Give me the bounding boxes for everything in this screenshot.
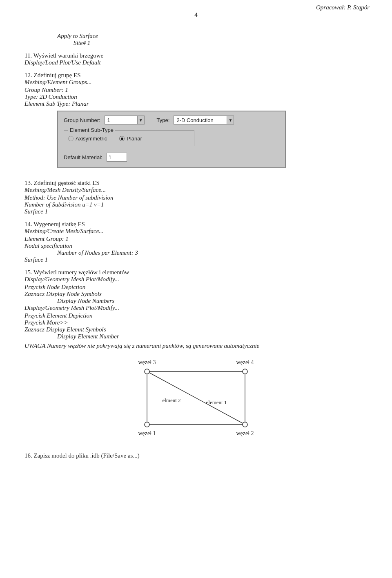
subtype-legend: Element Sub-Type xyxy=(68,127,115,133)
node4-label: węzeł 4 xyxy=(236,359,254,365)
s15-line4: Przycisk More>> xyxy=(24,319,368,326)
apply-surface-line2: Site# 1 xyxy=(74,40,368,47)
apply-surface-section: Apply to Surface Site# 1 xyxy=(24,33,368,47)
node2-label: węzeł 2 xyxy=(236,430,254,436)
s14-subtitle: Meshing/Create Mesh/Surface... xyxy=(24,228,368,235)
s13-subtitle: Meshing/Mesh Density/Surface... xyxy=(24,187,368,193)
s12-line1: Group Number: 1 xyxy=(24,87,368,93)
s11-title: 11. Wyświetl warunki brzegowe xyxy=(24,52,368,59)
node3-label: węzeł 3 xyxy=(138,359,156,365)
s15-subtitle1: Display/Geometry Mesh Plot/Modify... xyxy=(24,276,368,283)
s15-line2: Zaznacz Display Node Symbols xyxy=(24,291,368,298)
section-11: 11. Wyświetl warunki brzegowe Display/Lo… xyxy=(24,52,368,66)
element-subtype-group: Element Sub-Type Axisymmetric Planar xyxy=(64,130,194,146)
node1-label: węzeł 1 xyxy=(138,430,156,436)
s15-title: 15. Wyświetl numery węzłów i elementów xyxy=(24,269,368,276)
s14-line4: Surface 1 xyxy=(24,256,368,263)
page-number: 4 xyxy=(194,11,198,18)
element1-label: element 1 xyxy=(206,399,227,405)
type-label: Type: xyxy=(157,117,170,123)
s13-line1: Method: Use Number of subdivision xyxy=(24,194,368,201)
s12-title: 12. Zdefiniuj grupę ES xyxy=(24,72,368,79)
group-number-select[interactable]: 1 ▼ xyxy=(105,116,145,124)
radio-axisymmetric-circle xyxy=(68,136,74,141)
type-value: 2-D Conduction xyxy=(174,116,227,124)
type-select[interactable]: 2-D Conduction ▼ xyxy=(174,116,234,124)
svg-line-4 xyxy=(147,371,245,425)
radio-axisymmetric-label: Axisymmetric xyxy=(76,136,107,142)
radio-axisymmetric[interactable]: Axisymmetric xyxy=(68,136,107,142)
node2-circle xyxy=(243,422,247,427)
s12-line2: Type: 2D Conduction xyxy=(24,93,368,100)
author: Opracował: P. Stąpór xyxy=(316,4,370,11)
s12-subtitle: Meshing/Element Groups... xyxy=(24,79,368,86)
s12-line3: Element Sub Type: Planar xyxy=(24,100,368,107)
group-number-label: Group Number: xyxy=(64,117,100,123)
section-12: 12. Zdefiniuj grupę ES Meshing/Element G… xyxy=(24,72,368,174)
s13-title: 13. Zdefiniuj gęstość siatki ES xyxy=(24,180,368,187)
default-material-input[interactable] xyxy=(107,153,127,162)
s15-indent2: Display Element Number xyxy=(57,333,368,340)
s15-indent1: Display Node Numbers xyxy=(57,298,368,305)
s14-line3: Number of Nodes per Element: 3 xyxy=(57,249,368,256)
node1-circle xyxy=(145,422,149,427)
s15-line3: Przycisk Element Depiction xyxy=(24,312,368,319)
element2-label: elment 2 xyxy=(162,397,180,403)
type-arrow[interactable]: ▼ xyxy=(227,116,234,124)
section-13: 13. Zdefiniuj gęstość siatki ES Meshing/… xyxy=(24,180,368,215)
default-material-row: Default Material: xyxy=(64,153,279,162)
uwaga-text: UWAGA Numery węzłów nie pokrywają się z … xyxy=(24,342,368,349)
s13-line2: Number of Subdivision u=1 v=1 xyxy=(24,201,368,208)
node-diagram: węzeł 3 węzeł 4 węzeł 1 węzeł 2 elment 2… xyxy=(118,355,274,447)
s15-subtitle2: Display/Geometry Mesh Plot/Modify... xyxy=(24,305,368,311)
apply-surface-line1: Apply to Surface xyxy=(57,33,368,40)
s14-line1: Element Group: 1 xyxy=(24,236,368,242)
radio-planar-label: Planar xyxy=(127,136,142,142)
s16-text: 16. Zapisz model do pliku .idb (File/Sav… xyxy=(24,452,368,459)
s15-line1: Przycisk Node Depiction xyxy=(24,284,368,291)
dialog-row-group-type: Group Number: 1 ▼ Type: 2-D Conduction ▼ xyxy=(64,116,279,124)
radio-row: Axisymmetric Planar xyxy=(68,136,188,142)
section-16: 16. Zapisz model do pliku .idb (File/Sav… xyxy=(24,452,368,459)
radio-planar-circle xyxy=(119,136,125,141)
node4-circle xyxy=(243,369,247,374)
dialog-box: Group Number: 1 ▼ Type: 2-D Conduction ▼… xyxy=(57,111,286,168)
section-14: 14. Wygeneruj siatkę ES Meshing/Create M… xyxy=(24,221,368,263)
s13-line3: Surface 1 xyxy=(24,208,368,215)
group-number-arrow[interactable]: ▼ xyxy=(137,116,145,124)
node-diagram-area: węzeł 3 węzeł 4 węzeł 1 węzeł 2 elment 2… xyxy=(24,355,368,447)
group-number-value: 1 xyxy=(105,116,137,124)
s15-line5: Zaznacz Display Elemnt Symbols xyxy=(24,326,368,333)
s11-subtitle: Display/Load Plot/Use Default xyxy=(24,59,368,66)
node3-circle xyxy=(145,369,149,374)
default-material-label: Default Material: xyxy=(64,154,102,160)
s14-title: 14. Wygeneruj siatkę ES xyxy=(24,221,368,228)
radio-planar[interactable]: Planar xyxy=(119,136,142,142)
section-15: 15. Wyświetl numery węzłów i elementów D… xyxy=(24,269,368,349)
s14-line2: Nodal specification xyxy=(24,242,368,249)
